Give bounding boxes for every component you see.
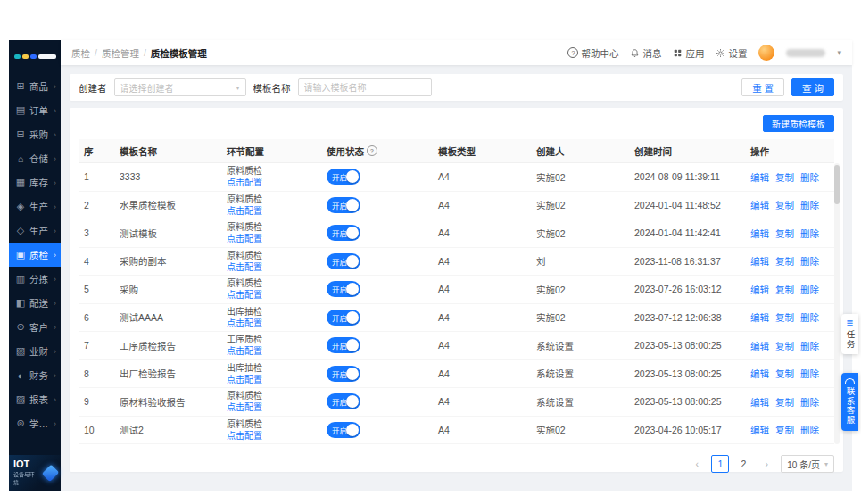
delete-link[interactable]: 删除 (800, 285, 819, 295)
sidebar-item-student-meal[interactable]: ⊚ 学生餐 › (9, 411, 61, 435)
sidebar-item-customers[interactable]: ⊙ 客户 › (9, 315, 61, 339)
sidebar-item-warehouse[interactable]: ⌂ 仓储 › (9, 146, 61, 170)
config-link[interactable]: 点击配置 (227, 430, 316, 442)
copy-link[interactable]: 复制 (775, 397, 794, 408)
apps-link[interactable]: 应用 (673, 46, 704, 60)
edit-link[interactable]: 编辑 (750, 425, 769, 435)
scrollbar-thumb[interactable] (834, 165, 840, 204)
table-row: 2 水果质检模板 原料质检 点击配置 开启 A4 实施02 2024-01-04… (79, 192, 834, 220)
stage-name: 原料质检 (227, 165, 316, 177)
column-header-8: 操作 (745, 145, 834, 158)
config-link[interactable]: 点击配置 (227, 345, 316, 357)
edit-link[interactable]: 编辑 (750, 397, 769, 408)
sidebar-item-finance[interactable]: ◐ 财务 › (9, 363, 61, 387)
config-link[interactable]: 点击配置 (227, 177, 316, 188)
delete-link[interactable]: 删除 (800, 368, 819, 379)
creator-cell: 实施02 (531, 283, 629, 296)
status-toggle[interactable]: 开启 (327, 393, 360, 409)
status-toggle[interactable]: 开启 (327, 169, 360, 185)
breadcrumb-item[interactable]: 质检管理 (102, 46, 139, 60)
copy-link[interactable]: 复制 (775, 200, 794, 211)
edit-link[interactable]: 编辑 (750, 368, 769, 379)
edit-link[interactable]: 编辑 (750, 172, 769, 183)
help-center-link[interactable]: ? 帮助中心 (567, 46, 618, 60)
stage-config-cell: 原料质检 点击配置 (221, 194, 321, 217)
sidebar-item-delivery[interactable]: ◧ 配送 › (9, 291, 61, 315)
edit-link[interactable]: 编辑 (750, 285, 769, 295)
page-size-select[interactable]: 10 条/页▾ (781, 455, 834, 473)
status-cell: 开启 (321, 393, 433, 409)
new-template-button[interactable]: 新建质检模板 (763, 115, 834, 132)
search-button[interactable]: 查 询 (791, 78, 834, 96)
sidebar-item-quality[interactable]: ▣ 质检 › (9, 243, 61, 267)
copy-link[interactable]: 复制 (775, 368, 794, 379)
delete-link[interactable]: 删除 (800, 341, 819, 351)
delete-link[interactable]: 删除 (800, 256, 819, 267)
copy-link[interactable]: 复制 (775, 285, 794, 295)
delete-link[interactable]: 删除 (800, 397, 819, 408)
gear-icon (716, 48, 725, 58)
edit-link[interactable]: 编辑 (750, 341, 769, 351)
status-toggle[interactable]: 开启 (327, 337, 360, 353)
next-page-button[interactable]: › (758, 455, 775, 473)
prev-page-button[interactable]: ‹ (688, 455, 706, 473)
template-name-input[interactable] (298, 78, 432, 96)
copy-link[interactable]: 复制 (775, 172, 794, 183)
sidebar-item-inventory[interactable]: ▦ 库存 › (9, 170, 61, 194)
status-toggle[interactable]: 开启 (327, 225, 360, 241)
messages-link[interactable]: 消息 (630, 46, 661, 60)
tasks-widget[interactable]: ≣ 任务 (841, 314, 858, 354)
copy-link[interactable]: 复制 (775, 425, 794, 435)
settings-link[interactable]: 设置 (716, 46, 747, 60)
creator-select[interactable]: 请选择创建者 ▾ (114, 78, 246, 96)
copy-link[interactable]: 复制 (775, 256, 794, 267)
config-link[interactable]: 点击配置 (227, 233, 316, 244)
delete-link[interactable]: 删除 (800, 228, 819, 239)
sidebar-item-sorting[interactable]: ▥ 分拣 › (9, 267, 61, 291)
contact-support-widget[interactable]: 联系客服 (841, 373, 858, 431)
status-toggle[interactable]: 开启 (327, 253, 360, 269)
sidebar-item-procurement[interactable]: ⊟ 采购 › (9, 122, 61, 146)
config-link[interactable]: 点击配置 (227, 261, 316, 273)
status-toggle[interactable]: 开启 (327, 197, 360, 213)
sidebar-item-production-2[interactable]: ◇ 生产 › (9, 219, 61, 243)
config-link[interactable]: 点击配置 (227, 205, 316, 217)
page-button-2[interactable]: 2 (734, 455, 752, 473)
edit-link[interactable]: 编辑 (750, 312, 769, 323)
config-link[interactable]: 点击配置 (227, 374, 316, 385)
status-toggle[interactable]: 开启 (327, 281, 360, 297)
sidebar-item-production-1[interactable]: ◈ 生产 › (9, 194, 61, 219)
copy-link[interactable]: 复制 (775, 341, 794, 351)
breadcrumb-item[interactable]: 质检 (71, 46, 90, 60)
delete-link[interactable]: 删除 (800, 172, 819, 183)
headset-icon (845, 378, 855, 384)
status-toggle[interactable]: 开启 (327, 422, 360, 438)
config-link[interactable]: 点击配置 (227, 401, 316, 413)
chevron-down-icon: ▾ (824, 460, 828, 468)
edit-link[interactable]: 编辑 (750, 256, 769, 267)
sidebar-item-goods[interactable]: ⊞ 商品 › (9, 74, 61, 98)
status-toggle[interactable]: 开启 (327, 310, 360, 326)
status-info-icon[interactable]: ? (367, 145, 377, 156)
sidebar-item-reports[interactable]: ▨ 报表 › (9, 387, 61, 411)
avatar[interactable] (758, 45, 774, 61)
reset-button[interactable]: 重 置 (741, 78, 784, 96)
sidebar-item-business-finance[interactable]: ▧ 业财 › (9, 339, 61, 363)
template-type-cell: A4 (433, 340, 531, 351)
vertical-scrollbar[interactable] (834, 163, 840, 444)
breadcrumb: 质检/质检管理/质检模板管理 (71, 46, 207, 60)
copy-link[interactable]: 复制 (775, 228, 794, 239)
copy-link[interactable]: 复制 (775, 312, 794, 323)
sidebar-item-orders[interactable]: ▤ 订单 › (9, 98, 61, 122)
status-toggle[interactable]: 开启 (327, 366, 360, 382)
delete-link[interactable]: 删除 (800, 200, 819, 211)
chevron-down-icon[interactable]: ▾ (837, 48, 841, 57)
config-link[interactable]: 点击配置 (227, 289, 316, 301)
edit-link[interactable]: 编辑 (750, 200, 769, 211)
edit-link[interactable]: 编辑 (750, 228, 769, 239)
page-button-1[interactable]: 1 (711, 455, 729, 473)
stage-config-cell: 原料质检 点击配置 (221, 250, 321, 273)
delete-link[interactable]: 删除 (800, 312, 819, 323)
config-link[interactable]: 点击配置 (227, 318, 316, 329)
delete-link[interactable]: 删除 (800, 425, 819, 435)
